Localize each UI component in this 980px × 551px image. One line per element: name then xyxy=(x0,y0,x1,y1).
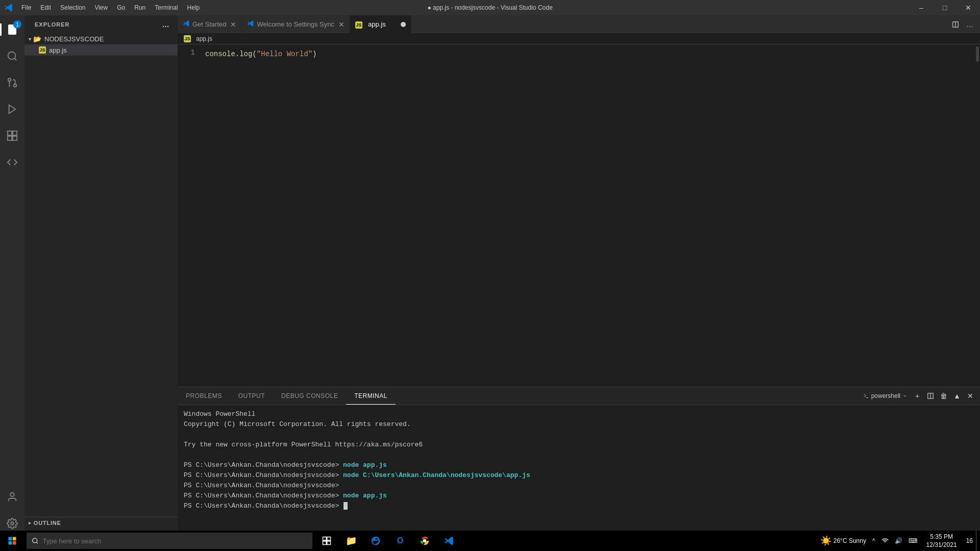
taskbar-search-input[interactable] xyxy=(42,537,307,545)
titlebar-left: File Edit Selection View Go Run Terminal… xyxy=(4,0,204,15)
svg-rect-29 xyxy=(327,537,331,541)
start-button[interactable] xyxy=(0,531,24,551)
tab-appjs-label: app.js xyxy=(368,20,386,28)
close-panel-button[interactable]: ✕ xyxy=(965,390,976,402)
tray-network-icon[interactable] xyxy=(878,531,892,551)
vscode-logo-icon xyxy=(4,3,13,12)
svg-marker-5 xyxy=(9,105,16,114)
tray-keyboard-icon[interactable]: ⌨ xyxy=(905,531,920,551)
editor-area: Get Started ✕ Welcome to Settings Sync ✕… xyxy=(178,15,980,540)
extensions-activity-icon[interactable] xyxy=(0,123,24,148)
terminal-line-2: Copyright (C) Microsoft Corporation. All… xyxy=(184,419,974,430)
vscode-taskbar-icon[interactable] xyxy=(437,531,461,551)
split-editor-button[interactable] xyxy=(949,18,962,31)
tab-settings-sync-close[interactable]: ✕ xyxy=(334,21,345,28)
breadcrumb-item[interactable]: JS app.js xyxy=(184,35,212,42)
svg-point-11 xyxy=(11,522,14,525)
svg-rect-23 xyxy=(13,537,16,541)
tray-sound-icon[interactable]: 🔊 xyxy=(892,531,905,551)
shell-label: powershell xyxy=(871,392,900,399)
svg-point-26 xyxy=(33,538,37,543)
editor-scrollbar-thumb[interactable] xyxy=(976,46,979,62)
close-button[interactable]: ✕ xyxy=(957,0,980,15)
code-content[interactable]: console.log("Hello World") xyxy=(203,44,975,387)
menu-run[interactable]: Run xyxy=(130,0,150,15)
split-terminal-button[interactable] xyxy=(925,390,936,402)
menu-terminal[interactable]: Terminal xyxy=(151,0,182,15)
tray-weather[interactable]: ☀️ 26°C Sunny xyxy=(817,531,869,551)
taskview-button[interactable] xyxy=(314,531,339,551)
new-terminal-button[interactable]: + xyxy=(912,390,923,402)
taskbar-search-bar[interactable] xyxy=(27,533,312,549)
panel-actions: powershell + 🗑 ▲ ✕ xyxy=(857,387,980,405)
menu-selection[interactable]: Selection xyxy=(56,0,89,15)
terminal-content[interactable]: Windows PowerShell Copyright (C) Microso… xyxy=(178,405,980,540)
editor-scrollbar[interactable] xyxy=(975,44,980,387)
menu-view[interactable]: View xyxy=(90,0,112,15)
outline-arrow-icon: ▸ xyxy=(29,520,32,525)
terminal-line-6: PS C:\Users\Ankan.Chanda\nodesjsvscode> … xyxy=(184,460,974,470)
js-file-icon: JS xyxy=(39,46,46,54)
svg-line-27 xyxy=(36,542,37,543)
maximize-button[interactable]: □ xyxy=(933,0,957,15)
menu-edit[interactable]: Edit xyxy=(36,0,55,15)
file-appjs-label: app.js xyxy=(49,46,67,54)
terminal-line-3 xyxy=(184,430,974,440)
search-activity-icon[interactable] xyxy=(0,44,24,68)
show-desktop-button[interactable] xyxy=(976,531,978,551)
folder-arrow-icon: ▾ xyxy=(29,36,31,42)
source-control-activity-icon[interactable] xyxy=(0,70,24,95)
tray-clock[interactable]: 5:35 PM 12/31/2021 xyxy=(920,531,963,551)
folder-open-icon: 📂 xyxy=(33,35,41,43)
kill-terminal-button[interactable]: 🗑 xyxy=(938,390,949,402)
tab-settings-sync[interactable]: Welcome to Settings Sync ✕ xyxy=(242,15,350,33)
file-appjs[interactable]: JS app.js xyxy=(24,44,178,56)
tray-date: 12/31/2021 xyxy=(926,541,957,549)
svg-point-10 xyxy=(10,493,14,496)
tab-get-started-close[interactable]: ✕ xyxy=(226,21,236,28)
titlebar: File Edit Selection View Go Run Terminal… xyxy=(0,0,980,15)
minimize-button[interactable]: – xyxy=(910,0,933,15)
account-activity-icon[interactable] xyxy=(0,485,24,509)
breadcrumb-filename: app.js xyxy=(196,35,212,42)
new-file-button[interactable]: … xyxy=(160,19,172,30)
tray-hidden-icons[interactable]: ^ xyxy=(869,531,878,551)
breadcrumb-js-icon: JS xyxy=(184,35,191,42)
maximize-panel-button[interactable]: ▲ xyxy=(951,390,963,402)
tab-get-started[interactable]: Get Started ✕ xyxy=(178,15,242,33)
debug-activity-icon[interactable] xyxy=(0,97,24,121)
tab-problems[interactable]: PROBLEMS xyxy=(178,387,230,405)
code-line-1: console.log("Hello World") xyxy=(205,48,971,60)
folder-nodesjsvscode[interactable]: ▾ 📂 NODESJSVSCODE xyxy=(24,33,178,44)
tab-terminal[interactable]: TERMINAL xyxy=(346,387,396,405)
more-actions-button[interactable]: … xyxy=(964,18,976,31)
powershell-selector[interactable]: powershell xyxy=(861,390,910,402)
tab-bar-actions: … xyxy=(945,15,980,33)
tab-debug-console[interactable]: DEBUG CONSOLE xyxy=(273,387,346,405)
remote-explorer-activity-icon[interactable] xyxy=(0,150,24,174)
taskbar: 📁 O ☀️ 26°C Sunny ^ 🔊 ⌨ 5:35 PM xyxy=(0,531,980,551)
main-layout: 1 xyxy=(0,15,980,540)
outlook-taskbar-icon[interactable]: O xyxy=(388,531,412,551)
menu-go[interactable]: Go xyxy=(113,0,129,15)
menu-file[interactable]: File xyxy=(17,0,35,15)
code-editor[interactable]: 1 console.log("Hello World") xyxy=(178,44,980,387)
chrome-taskbar-icon[interactable] xyxy=(412,531,437,551)
explorer-activity-icon[interactable]: 1 xyxy=(0,17,24,42)
svg-rect-31 xyxy=(327,541,331,545)
svg-rect-8 xyxy=(8,136,12,140)
terminal-line-1: Windows PowerShell xyxy=(184,409,974,419)
line-numbers: 1 xyxy=(178,44,203,387)
file-explorer-taskbar-icon[interactable]: 📁 xyxy=(339,531,363,551)
tab-output[interactable]: OUTPUT xyxy=(230,387,273,405)
tray-notification-count[interactable]: 16 xyxy=(963,531,976,551)
tab-bar: Get Started ✕ Welcome to Settings Sync ✕… xyxy=(178,15,980,33)
outline-section[interactable]: ▸ OUTLINE xyxy=(24,517,178,529)
edge-taskbar-icon[interactable] xyxy=(363,531,388,551)
tray-time: 5:35 PM xyxy=(930,533,953,541)
explorer-badge: 1 xyxy=(13,20,21,29)
terminal-line-9: PS C:\Users\Ankan.Chanda\nodesjsvscode> … xyxy=(184,491,974,501)
vscode-tab-icon xyxy=(183,20,190,29)
tab-appjs[interactable]: JS app.js xyxy=(350,15,411,33)
menu-help[interactable]: Help xyxy=(183,0,204,15)
